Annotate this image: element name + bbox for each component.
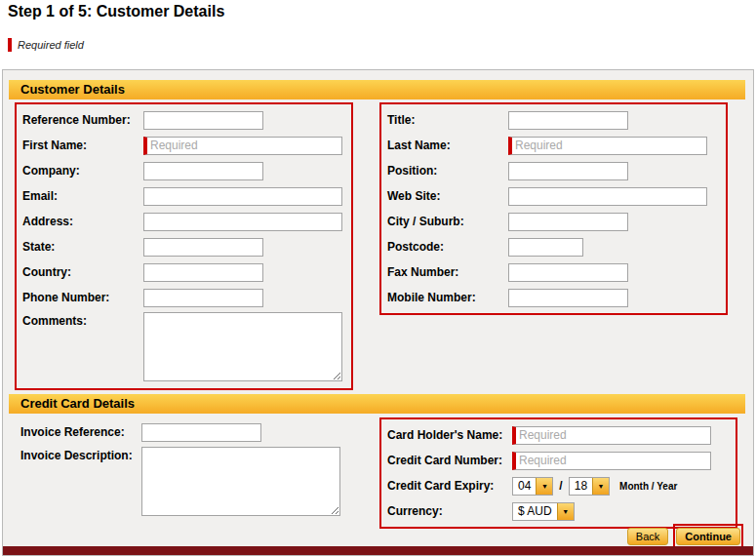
field-row: Comments: [17, 310, 351, 385]
continue-button[interactable]: Continue [676, 528, 740, 545]
title-label: Title: [387, 113, 508, 127]
invoice-description-textarea[interactable] [141, 447, 340, 516]
customer-left-fieldset: Reference Number: First Name: Company: E… [15, 102, 353, 390]
first-name-label: First Name: [22, 139, 143, 152]
address-input[interactable] [143, 213, 342, 231]
state-input[interactable] [143, 238, 263, 257]
postcode-input[interactable] [508, 238, 583, 257]
country-label: Country: [22, 265, 143, 279]
field-row: Address: [17, 209, 351, 234]
invoice-description-label: Invoice Description: [20, 447, 141, 462]
reference-number-input[interactable] [143, 111, 263, 130]
field-row: State: [17, 234, 351, 259]
invoice-fieldset: Invoice Reference: Invoice Description: [15, 419, 353, 520]
field-row: Mobile Number: [381, 285, 726, 310]
field-row: Card Holder's Name: [381, 422, 736, 448]
position-label: Position: [387, 164, 508, 178]
city-suburb-label: City / Suburb: [387, 215, 508, 228]
field-row: Last Name: [381, 133, 726, 158]
state-label: State: [22, 240, 143, 254]
page-title: Step 1 of 5: Customer Details [8, 3, 224, 20]
field-row: Country: [17, 259, 351, 285]
card-holder-name-label: Card Holder's Name: [387, 428, 512, 442]
country-input[interactable] [143, 263, 263, 282]
reference-number-label: Reference Number: [22, 113, 143, 127]
comments-label: Comments: [22, 312, 143, 328]
invoice-reference-label: Invoice Reference: [20, 425, 141, 439]
last-name-label: Last Name: [387, 139, 508, 152]
required-field-label: Required field [18, 39, 84, 51]
credit-card-number-label: Credit Card Number: [387, 454, 512, 467]
city-suburb-input[interactable] [508, 213, 628, 231]
email-label: Email: [22, 189, 143, 203]
field-row: Phone Number: [17, 285, 351, 310]
expiry-year-select[interactable]: 18 ▼ [569, 477, 610, 496]
chevron-down-icon: ▼ [536, 478, 552, 495]
expiry-separator: / [559, 479, 562, 493]
first-name-input[interactable] [143, 137, 342, 155]
currency-select[interactable]: $ AUD ▼ [512, 502, 575, 521]
required-field-legend: Required field [8, 38, 84, 52]
footer-bar [3, 546, 753, 555]
field-row: Credit Card Number: [381, 448, 736, 473]
invoice-reference-input[interactable] [141, 423, 261, 442]
field-row: Fax Number: [381, 259, 726, 285]
comments-textarea[interactable] [143, 312, 342, 381]
mobile-number-label: Mobile Number: [387, 291, 508, 304]
customer-details-header: Customer Details [9, 80, 745, 99]
last-name-input[interactable] [508, 137, 707, 155]
credit-card-expiry-label: Credit Card Expiry: [387, 479, 512, 493]
currency-value: $ AUD [513, 503, 557, 520]
field-row: Company: [17, 158, 351, 183]
required-marker-icon [8, 38, 12, 52]
field-row: Position: [381, 158, 726, 183]
field-row: Currency: $ AUD ▼ [381, 498, 736, 524]
field-row: Postcode: [381, 234, 726, 259]
form-actions: Back Continue [627, 524, 743, 548]
field-row: Invoice Description: [15, 445, 353, 520]
back-button[interactable]: Back [627, 528, 668, 545]
web-site-label: Web Site: [387, 189, 508, 203]
field-row: Title: [381, 107, 726, 133]
email-input[interactable] [143, 187, 342, 206]
expiry-month-value: 04 [513, 478, 536, 495]
position-input[interactable] [508, 162, 628, 180]
phone-number-input[interactable] [143, 289, 263, 307]
continue-highlight: Continue [673, 524, 743, 548]
website-input[interactable] [508, 187, 707, 206]
expiry-year-value: 18 [570, 478, 592, 495]
customer-right-fieldset: Title: Last Name: Position: Web Site: Ci… [379, 102, 728, 315]
title-input[interactable] [508, 111, 628, 130]
postcode-label: Postcode: [387, 240, 508, 254]
field-row: Email: [17, 183, 351, 209]
company-label: Company: [22, 164, 143, 178]
field-row: Web Site: [381, 183, 726, 209]
chevron-down-icon: ▼ [592, 478, 609, 495]
credit-card-number-input[interactable] [512, 452, 711, 470]
mobile-number-input[interactable] [508, 289, 628, 307]
month-year-hint: Month / Year [619, 481, 677, 492]
field-row: First Name: [17, 133, 351, 158]
expiry-month-select[interactable]: 04 ▼ [512, 477, 553, 496]
field-row: Credit Card Expiry: 04 ▼ / 18 ▼ Month / … [381, 473, 736, 498]
form-panel: Customer Details Reference Number: First… [2, 69, 754, 556]
field-row: Invoice Reference: [15, 419, 353, 445]
fax-number-label: Fax Number: [387, 265, 508, 279]
field-row: City / Suburb: [381, 209, 726, 234]
currency-label: Currency: [387, 504, 512, 518]
chevron-down-icon: ▼ [557, 503, 574, 520]
phone-number-label: Phone Number: [22, 291, 143, 304]
field-row: Reference Number: [17, 107, 351, 133]
fax-number-input[interactable] [508, 263, 628, 282]
card-holder-name-input[interactable] [512, 426, 711, 445]
card-fieldset: Card Holder's Name: Credit Card Number: … [379, 417, 737, 529]
company-input[interactable] [143, 162, 263, 180]
credit-card-details-header: Credit Card Details [9, 394, 745, 414]
address-label: Address: [22, 215, 143, 228]
